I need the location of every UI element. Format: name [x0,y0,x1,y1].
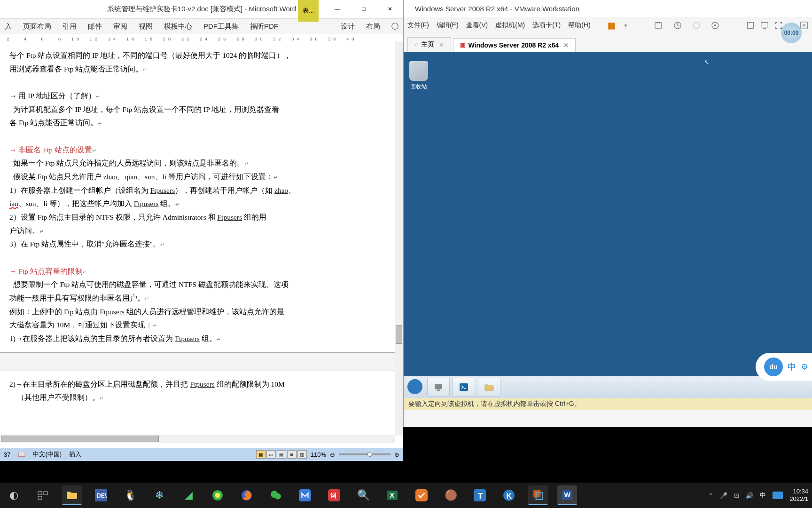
start-button[interactable] [406,378,424,396]
menu-vm[interactable]: 虚拟机(M) [495,21,525,30]
ribbon-view[interactable]: 视图 [139,22,153,31]
menu-view[interactable]: 查看(V) [466,21,488,30]
taskbar-app-gear[interactable]: ❄ [149,485,169,505]
close-tab-icon[interactable]: ✕ [439,41,444,48]
unity-icon[interactable] [746,21,755,30]
tab-vm[interactable]: ▣ Windows Server 2008 R2 x64 ✕ [453,38,576,52]
ribbon-insert[interactable]: 入 [5,22,12,31]
tab-home[interactable]: ⌂ 主页 ✕ [407,37,451,52]
power-dropdown[interactable]: ▼ [624,23,628,28]
close-tab-icon[interactable]: ✕ [563,42,569,49]
ribbon-table-design[interactable]: 设计 [341,22,355,31]
ribbon-mailings[interactable]: 邮件 [88,22,102,31]
taskbar-app-brown[interactable]: 🟤 [441,485,461,505]
taskbar-app-orange[interactable] [412,485,431,505]
svg-text:W: W [564,491,571,499]
zoom-percent[interactable]: 110% [311,451,326,458]
stretch-icon[interactable] [800,21,808,30]
svg-rect-15 [38,492,42,495]
scrollbar-thumb[interactable] [396,325,402,344]
menu-help[interactable]: 帮助(H) [568,21,590,30]
task-view-button[interactable] [33,485,53,505]
snapshot-manager-icon[interactable] [710,21,720,30]
taskbar-vmware[interactable] [528,485,548,505]
scrollbar-thumb[interactable] [1,436,159,442]
status-proofing-icon[interactable]: 📖 [18,451,25,458]
tray-chevron-up-icon[interactable]: ⌃ [708,492,713,499]
send-ctrl-alt-del-icon[interactable] [654,21,664,30]
ime-settings-icon[interactable]: ⚙ [801,362,808,372]
recycle-bin-icon [409,61,428,81]
snapshot-icon[interactable] [673,21,682,30]
taskbar-excel[interactable]: X [383,485,402,505]
ribbon-review[interactable]: 审阅 [113,22,127,31]
baidu-ime-floating-bar[interactable]: du 中 ⚙ [756,353,812,381]
zoom-slider[interactable] [339,453,390,455]
tray-clock-time[interactable]: 10:34 [789,488,808,495]
tray-volume-icon[interactable]: 🔊 [746,492,753,499]
view-print-layout[interactable]: ▦ [256,450,265,459]
ribbon-template-center[interactable]: 模板中心 [164,22,192,31]
zoom-out-button[interactable]: ⊖ [330,451,335,458]
console-icon[interactable] [760,21,769,30]
taskbar-app-m[interactable] [295,485,315,505]
view-draft[interactable]: ▥ [297,450,307,459]
pause-vm-button[interactable]: ▮▮ [608,20,614,31]
close-button[interactable]: ✕ [377,0,403,18]
ribbon-page-layout[interactable]: 页面布局 [23,22,51,31]
zoom-in-button[interactable]: ⊕ [394,451,399,458]
baidu-logo-icon[interactable]: du [764,357,783,376]
taskbar-wechat[interactable] [266,485,286,505]
zoom-slider-handle[interactable] [367,452,372,457]
taskbar-app-penguin[interactable]: 🐧 [120,485,140,505]
view-outline[interactable]: ≡ [287,450,297,459]
taskbar-powershell[interactable] [453,378,475,397]
taskbar-app-green[interactable]: ◢ [179,485,198,505]
recording-timer[interactable]: 00:00 [781,23,802,43]
vm-guest-desktop[interactable]: 回收站 ↖ [404,52,812,376]
taskbar-app-k[interactable]: K [499,485,519,505]
taskbar-app-red[interactable]: 词 [324,485,344,505]
taskbar-file-explorer[interactable] [62,485,82,505]
horizontal-scrollbar[interactable] [0,435,395,443]
taskbar-360-browser[interactable] [208,485,227,505]
status-page[interactable]: 37 [4,451,10,458]
ime-lang-indicator[interactable]: 中 [788,361,796,373]
view-full-screen[interactable]: ▭ [266,450,276,459]
tray-network-icon[interactable]: ⊡ [734,492,739,499]
maximize-button[interactable]: □ [351,0,377,18]
menu-file[interactable]: 文件(F) [407,21,429,30]
view-web-layout[interactable]: ▤ [277,450,286,459]
status-language[interactable]: 中文(中国) [33,450,62,459]
tray-microphone-icon[interactable]: 🎤 [720,492,727,499]
start-button[interactable]: ◐ [4,485,23,505]
document-area[interactable]: 每个 Ftp 站点设置相同的 IP 地址，不同的端口号（最好使用大于 1024 … [0,44,403,430]
ribbon-references[interactable]: 引用 [62,22,77,31]
taskbar-devc[interactable]: DEV [91,485,111,505]
tray-ime-mode[interactable]: 中 [760,491,766,500]
menu-tab[interactable]: 选项卡(T) [532,21,561,30]
ribbon-foxit-pdf[interactable]: 福昕PDF [250,22,278,31]
taskbar-explorer[interactable] [478,378,500,397]
status-insert-mode[interactable]: 插入 [69,450,81,459]
taskbar-firefox[interactable] [237,485,257,505]
recycle-bin[interactable]: 回收站 [406,61,431,91]
minimize-button[interactable]: — [324,0,351,18]
ribbon-pdf-tools[interactable]: PDF工具集 [203,22,239,31]
menu-edit[interactable]: 编辑(E) [437,21,459,30]
vertical-scrollbar[interactable] [395,41,403,436]
horizontal-ruler[interactable]: 2 4 6 8 10 12 14 16 18 20 22 24 26 28 30… [0,34,403,44]
svg-rect-12 [435,384,442,389]
taskbar-search[interactable]: 🔍 [353,485,373,505]
ribbon-table-layout[interactable]: 布局 [366,22,380,31]
vmware-window: Windows Server 2008 R2 x64 - VMware Work… [403,0,812,427]
tray-keyboard-icon[interactable] [773,492,783,499]
taskbar-server-manager[interactable] [427,378,450,397]
ribbon-help-icon[interactable]: ⓘ [391,22,398,31]
taskbar-word[interactable]: W [557,485,577,505]
snapshot-revert-icon[interactable] [692,21,701,30]
doc-text: → 用 IP 地址区分（了解） [9,92,96,100]
table-tools-tab[interactable]: 表... [298,0,319,22]
tray-clock-date[interactable]: 2022/1 [789,495,808,503]
taskbar-app-t[interactable]: T [470,485,490,505]
